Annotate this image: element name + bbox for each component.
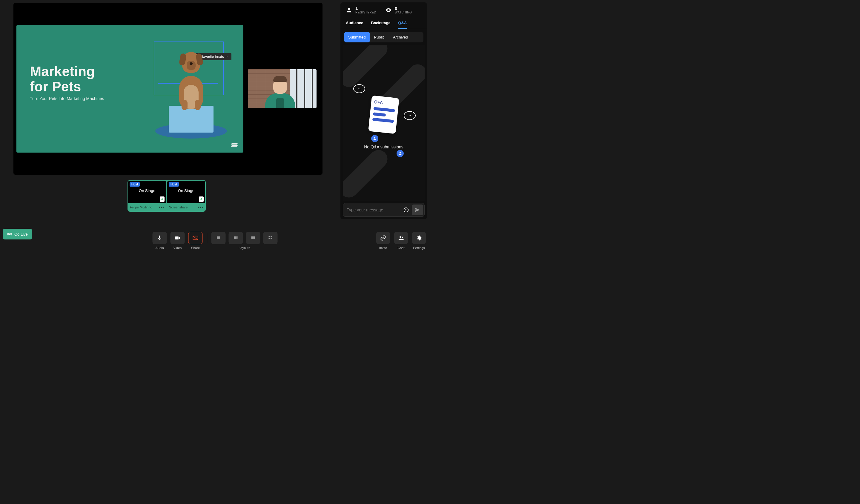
host-badge: Host bbox=[169, 182, 179, 187]
participant-menu-button[interactable]: ••• bbox=[198, 205, 203, 210]
svg-point-16 bbox=[402, 237, 403, 238]
svg-point-15 bbox=[400, 236, 401, 237]
watching-count: 0 bbox=[395, 6, 412, 11]
svg-point-2 bbox=[404, 208, 408, 212]
host-badge: Host bbox=[130, 182, 140, 187]
svg-rect-8 bbox=[236, 236, 238, 239]
layout-single-button[interactable] bbox=[212, 232, 226, 244]
shared-slide: Marketing for Pets Turn Your Pets Into M… bbox=[16, 25, 243, 153]
slide-subtitle: Turn Your Pets Into Marketing Machines bbox=[30, 96, 104, 101]
tab-audience[interactable]: Audience bbox=[346, 18, 363, 29]
layout-grid4-button[interactable] bbox=[263, 232, 278, 244]
participant-status: On Stage bbox=[129, 188, 165, 193]
stage-preview: Marketing for Pets Turn Your Pets Into M… bbox=[13, 3, 322, 175]
audio-label: Audio bbox=[155, 246, 164, 250]
layout-single-icon bbox=[216, 235, 221, 240]
tab-qa[interactable]: Q&A bbox=[398, 18, 407, 29]
person-icon bbox=[346, 7, 352, 13]
avatar-icon bbox=[371, 135, 378, 142]
layouts-label: Layouts bbox=[239, 246, 250, 250]
share-button[interactable] bbox=[188, 232, 203, 244]
qa-empty-state: Q+A No Q&A submissions bbox=[343, 45, 425, 201]
layout-sidebar-icon bbox=[233, 235, 239, 240]
mic-active-icon bbox=[199, 197, 204, 202]
presenter-video-tile[interactable] bbox=[248, 69, 317, 108]
chat-label: Chat bbox=[398, 246, 404, 250]
link-icon bbox=[380, 235, 386, 241]
invite-label: Invite bbox=[379, 246, 387, 250]
people-icon bbox=[398, 235, 404, 241]
message-composer bbox=[343, 203, 425, 217]
side-panel: 1 REGISTERED 0 WATCHING Audience Backsta… bbox=[341, 2, 427, 219]
svg-rect-11 bbox=[269, 236, 270, 237]
registered-count: 1 bbox=[355, 6, 376, 11]
svg-point-0 bbox=[374, 137, 376, 139]
participant-status: On Stage bbox=[169, 188, 204, 193]
svg-rect-6 bbox=[217, 236, 220, 239]
tab-backstage[interactable]: Backstage bbox=[371, 18, 390, 29]
layout-sidebar-button[interactable] bbox=[229, 232, 243, 244]
mic-active-icon bbox=[160, 197, 164, 202]
emoji-button[interactable] bbox=[402, 206, 410, 214]
speech-bubble-icon bbox=[353, 84, 365, 93]
svg-rect-13 bbox=[269, 237, 270, 239]
participants-tray: Host On Stage Felipe Moitinho ••• Host O… bbox=[128, 180, 206, 212]
layout-grid2-button[interactable] bbox=[246, 232, 260, 244]
message-input[interactable] bbox=[347, 207, 400, 212]
svg-point-3 bbox=[405, 209, 406, 210]
layout-2col-icon bbox=[250, 235, 256, 240]
mic-icon bbox=[157, 235, 163, 241]
share-label: Share bbox=[191, 246, 200, 250]
svg-rect-7 bbox=[234, 236, 236, 239]
filter-archived[interactable]: Archived bbox=[389, 32, 412, 42]
video-label: Video bbox=[173, 246, 182, 250]
participant-name: Screenshare bbox=[169, 205, 188, 209]
svg-rect-9 bbox=[252, 236, 253, 239]
slide-title: Marketing for Pets bbox=[30, 64, 95, 94]
watching-label: WATCHING bbox=[395, 11, 412, 14]
gear-icon bbox=[416, 235, 422, 241]
stat-registered: 1 REGISTERED bbox=[346, 6, 376, 14]
filter-public[interactable]: Public bbox=[370, 32, 389, 42]
participant-card[interactable]: Host On Stage Felipe Moitinho ••• bbox=[128, 181, 166, 211]
slide-graphic-dog bbox=[139, 31, 238, 145]
svg-point-4 bbox=[407, 209, 407, 210]
settings-label: Settings bbox=[413, 246, 425, 250]
svg-rect-10 bbox=[253, 236, 255, 239]
video-button[interactable] bbox=[171, 232, 185, 244]
svg-rect-12 bbox=[271, 236, 272, 237]
invite-button[interactable] bbox=[376, 232, 390, 244]
chat-button[interactable] bbox=[394, 232, 408, 244]
settings-button[interactable] bbox=[412, 232, 426, 244]
toolbar-separator bbox=[207, 233, 207, 243]
participant-menu-button[interactable]: ••• bbox=[159, 205, 164, 210]
camera-icon bbox=[175, 235, 181, 241]
svg-point-1 bbox=[400, 152, 401, 154]
filter-submitted[interactable]: Submitted bbox=[344, 32, 370, 42]
participant-card[interactable]: Host On Stage Screenshare ••• bbox=[167, 181, 205, 211]
qa-card-illustration: Q+A bbox=[368, 96, 399, 134]
speech-bubble-icon bbox=[404, 111, 416, 120]
svg-rect-14 bbox=[271, 237, 272, 239]
audio-button[interactable] bbox=[153, 232, 167, 244]
stat-watching: 0 WATCHING bbox=[385, 6, 412, 14]
eye-icon bbox=[385, 7, 392, 13]
participant-name: Felipe Moitinho bbox=[130, 205, 152, 209]
screenshare-off-icon bbox=[192, 235, 199, 241]
avatar-icon bbox=[397, 150, 404, 157]
layout-4grid-icon bbox=[268, 235, 274, 240]
registered-label: REGISTERED bbox=[355, 11, 376, 14]
send-button[interactable] bbox=[412, 204, 423, 215]
qa-filter-segment: Submitted Public Archived bbox=[344, 32, 424, 42]
brand-logo-icon bbox=[231, 143, 238, 147]
